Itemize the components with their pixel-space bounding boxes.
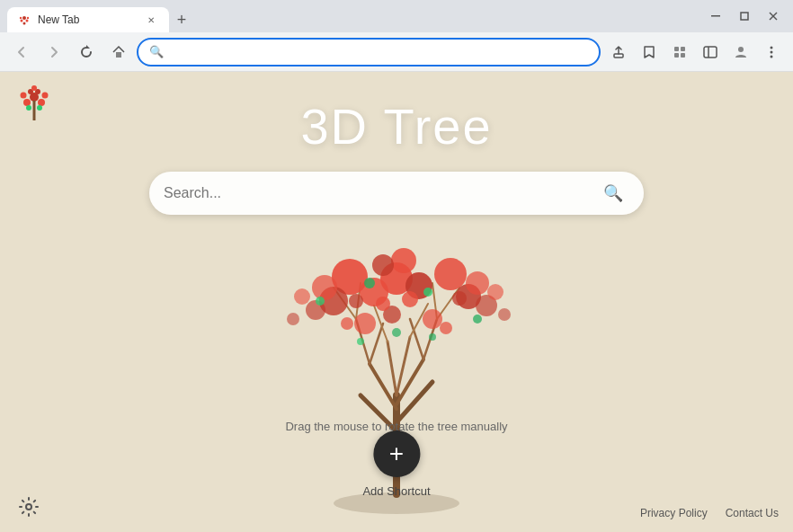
svg-point-79: [429, 333, 436, 341]
close-button[interactable]: [761, 4, 786, 29]
svg-line-39: [388, 341, 396, 395]
window-controls: [703, 4, 786, 29]
svg-point-18: [738, 47, 744, 52]
address-search-icon: 🔍: [149, 45, 164, 58]
svg-point-21: [771, 55, 773, 58]
sidebar-button[interactable]: [696, 38, 725, 66]
svg-point-23: [23, 99, 31, 106]
page-logo: [11, 81, 58, 128]
svg-point-26: [42, 93, 49, 99]
svg-point-66: [402, 291, 418, 307]
contact-us-link[interactable]: Contact Us: [726, 507, 779, 519]
search-bar[interactable]: 🔍: [149, 172, 644, 215]
toolbar-actions: [604, 38, 786, 66]
tab-title: New Tab: [38, 13, 137, 26]
svg-point-5: [27, 17, 29, 19]
maximize-button[interactable]: [732, 4, 757, 29]
svg-rect-6: [711, 15, 720, 17]
tab-favicon: [18, 13, 31, 26]
svg-point-77: [392, 328, 401, 337]
svg-point-24: [38, 99, 45, 106]
add-shortcut-button[interactable]: +: [373, 430, 420, 477]
address-input[interactable]: [171, 45, 588, 59]
svg-point-58: [354, 313, 376, 334]
svg-point-74: [423, 288, 432, 297]
svg-point-1: [21, 20, 23, 22]
svg-point-80: [487, 284, 503, 300]
svg-point-83: [287, 313, 299, 325]
address-bar[interactable]: 🔍: [137, 38, 601, 66]
svg-rect-15: [681, 53, 685, 58]
svg-point-76: [316, 297, 325, 306]
back-button[interactable]: [7, 38, 36, 66]
reload-button[interactable]: [72, 38, 101, 66]
title-bar: New Tab ✕ +: [0, 0, 793, 32]
svg-point-62: [466, 271, 489, 295]
search-container: 🔍: [149, 172, 644, 215]
svg-point-67: [349, 294, 363, 308]
svg-rect-14: [674, 53, 679, 58]
svg-point-81: [294, 288, 310, 305]
svg-rect-16: [704, 47, 717, 58]
svg-point-61: [312, 275, 337, 300]
share-button[interactable]: [604, 38, 633, 66]
svg-point-73: [364, 278, 375, 288]
svg-point-0: [22, 16, 26, 20]
svg-point-55: [434, 258, 467, 290]
menu-button[interactable]: [757, 38, 786, 66]
svg-point-75: [473, 315, 482, 324]
svg-point-59: [423, 309, 442, 329]
page-content: 3D Tree: [0, 72, 793, 532]
svg-point-3: [23, 22, 26, 25]
forward-button[interactable]: [40, 38, 68, 66]
search-button[interactable]: 🔍: [597, 177, 629, 209]
settings-button[interactable]: [13, 491, 45, 523]
minimize-button[interactable]: [703, 4, 728, 29]
svg-point-78: [357, 338, 364, 345]
svg-point-20: [771, 50, 773, 53]
toolbar: 🔍: [0, 32, 793, 72]
svg-rect-12: [674, 47, 679, 51]
tab-bar: New Tab ✕ +: [7, 0, 699, 32]
extensions-button[interactable]: [665, 38, 694, 66]
tab-close-button[interactable]: ✕: [144, 13, 158, 27]
svg-rect-7: [741, 13, 748, 20]
active-tab[interactable]: New Tab ✕: [7, 7, 169, 32]
svg-point-65: [376, 297, 390, 311]
svg-point-70: [440, 322, 452, 334]
svg-point-68: [452, 291, 467, 306]
svg-point-82: [498, 308, 511, 321]
svg-point-2: [26, 20, 29, 22]
svg-point-29: [31, 85, 37, 91]
new-tab-button[interactable]: +: [169, 7, 194, 32]
footer-links: Privacy Policy Contact Us: [640, 507, 779, 519]
svg-point-19: [771, 46, 773, 49]
svg-point-25: [21, 93, 27, 99]
privacy-policy-link[interactable]: Privacy Policy: [640, 507, 708, 519]
svg-point-30: [26, 105, 31, 111]
svg-point-72: [372, 254, 394, 276]
svg-point-84: [26, 504, 31, 510]
profile-button[interactable]: [726, 38, 755, 66]
svg-point-31: [37, 105, 42, 111]
svg-rect-13: [681, 47, 685, 51]
search-input[interactable]: [164, 185, 597, 201]
home-button[interactable]: [104, 38, 133, 66]
svg-point-69: [341, 317, 353, 330]
browser-frame: New Tab ✕ +: [0, 0, 793, 532]
add-shortcut-area: + Add Shortcut: [362, 430, 430, 498]
add-shortcut-label: Add Shortcut: [362, 484, 430, 498]
page-title: 3D Tree: [300, 97, 492, 155]
bookmark-button[interactable]: [635, 38, 664, 66]
svg-point-71: [391, 248, 416, 273]
svg-line-36: [396, 382, 432, 422]
svg-rect-10: [116, 52, 121, 58]
svg-point-4: [20, 17, 22, 19]
